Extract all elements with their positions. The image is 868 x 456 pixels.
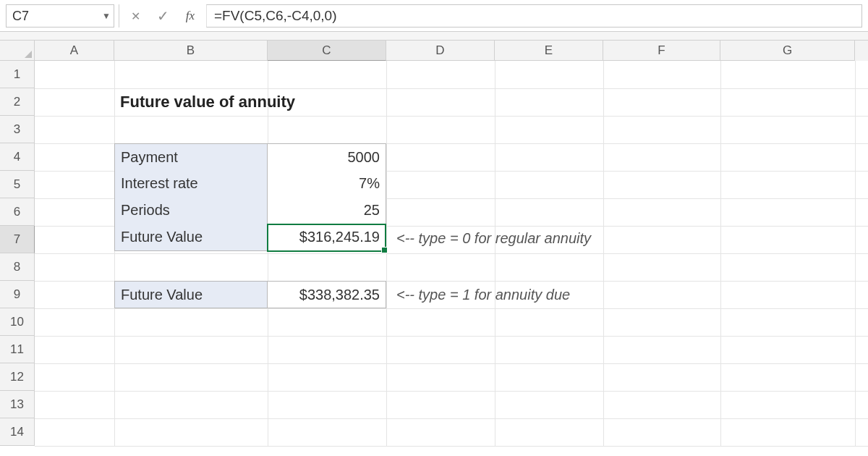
select-all-corner[interactable] [0,41,35,61]
row-header-14[interactable]: 14 [0,418,35,446]
cell-B2-title[interactable]: Future value of annuity [114,88,404,116]
name-box-value: C7 [12,9,29,24]
divider [119,4,119,28]
col-header-D[interactable]: D [386,41,495,61]
col-header-E[interactable]: E [495,41,603,61]
chevron-down-icon[interactable]: ▼ [102,11,111,21]
row-header-5[interactable]: 5 [0,171,35,198]
column-headers: A B C D E F G [0,41,868,61]
fx-icon[interactable]: fx [179,4,202,28]
cell-C6-value[interactable]: 25 [267,197,386,224]
cells-area[interactable]: Future value of annuity Payment 5000 Int… [35,61,868,446]
formula-bar: C7 ▼ ✕ ✓ fx =FV(C5,C6,-C4,0,0) [0,0,868,32]
row-header-7[interactable]: 7 [0,226,35,253]
cell-C4-value[interactable]: 5000 [267,143,386,171]
col-header-C[interactable]: C [268,41,386,61]
check-icon[interactable]: ✓ [151,4,174,28]
row-header-4[interactable]: 4 [0,143,35,171]
formula-input[interactable]: =FV(C5,C6,-C4,0,0) [206,4,862,28]
cell-D9-note[interactable]: <-- type = 1 for annuity due [386,281,748,308]
col-header-G[interactable]: G [720,41,855,61]
grid-body: 1 2 3 4 5 6 7 8 9 10 11 12 13 14 [0,61,868,446]
row-header-6[interactable]: 6 [0,198,35,226]
cell-C9-value[interactable]: $338,382.35 [267,281,386,308]
grid: A B C D E F G 1 2 3 4 5 6 7 8 9 10 11 12… [0,41,868,446]
name-box[interactable]: C7 ▼ [6,4,114,28]
cell-B7-label[interactable]: Future Value [114,224,268,251]
row-header-12[interactable]: 12 [0,363,35,391]
formula-text: =FV(C5,C6,-C4,0,0) [214,8,336,24]
row-header-8[interactable]: 8 [0,253,35,281]
cell-B6-label[interactable]: Periods [114,197,268,224]
cell-B4-label[interactable]: Payment [114,143,268,171]
cell-C5-value[interactable]: 7% [267,170,386,198]
cell-B5-label[interactable]: Interest rate [114,170,268,198]
col-header-F[interactable]: F [603,41,720,61]
col-header-B[interactable]: B [114,41,268,61]
cell-B9-label[interactable]: Future Value [114,281,268,308]
row-header-13[interactable]: 13 [0,391,35,418]
spacer [0,32,868,41]
row-header-2[interactable]: 2 [0,88,35,116]
row-header-11[interactable]: 11 [0,336,35,363]
row-header-3[interactable]: 3 [0,116,35,143]
row-header-10[interactable]: 10 [0,308,35,336]
row-header-1[interactable]: 1 [0,61,35,88]
col-header-A[interactable]: A [35,41,114,61]
cancel-icon[interactable]: ✕ [124,4,147,28]
cell-C7-value[interactable]: $316,245.19 [267,224,386,251]
row-headers: 1 2 3 4 5 6 7 8 9 10 11 12 13 14 [0,61,35,446]
cell-D7-note[interactable]: <-- type = 0 for regular annuity [386,224,748,252]
row-header-9[interactable]: 9 [0,281,35,308]
